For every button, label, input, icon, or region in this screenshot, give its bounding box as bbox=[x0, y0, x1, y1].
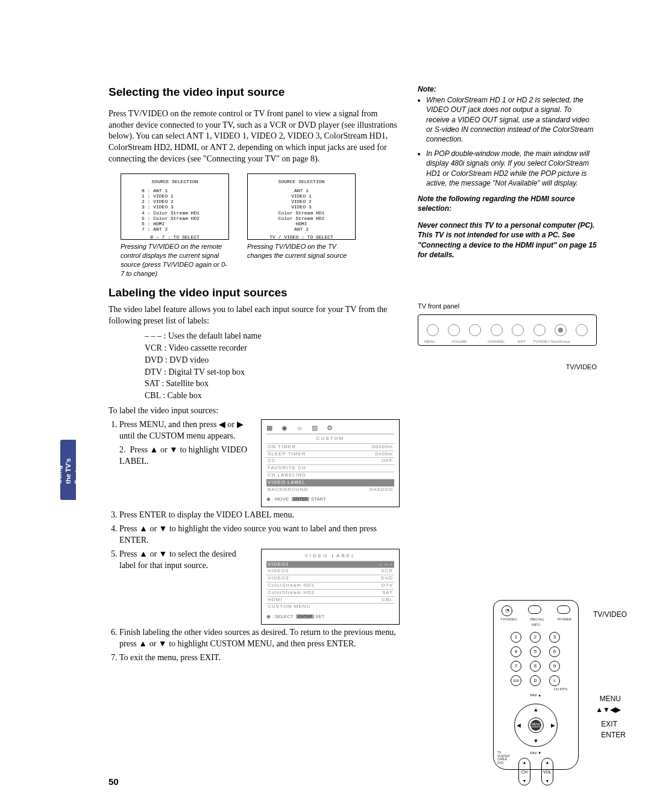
remote-control: ◔ TV/VIDEORECALLPOWER INFO 123 456 789 1… bbox=[493, 600, 579, 770]
intro-paragraph: Press TV/VIDEO on the remote control or … bbox=[108, 108, 400, 165]
remote-tvvideo-button[interactable]: ◔ bbox=[502, 605, 512, 616]
remote-number-pad[interactable]: 123 456 789 1000≡ bbox=[494, 632, 578, 686]
callout-exit: EXIT bbox=[601, 719, 617, 729]
menu-custom: ▦ ◉ ☼ ▥ ⚙ CUSTOM ON TIMER00h00m SLEEP TI… bbox=[261, 419, 400, 507]
remote-vol-rocker[interactable]: ▲VOL▼ bbox=[541, 758, 553, 785]
heading-selecting: Selecting the video input source bbox=[108, 84, 400, 100]
callout-enter: ENTER bbox=[601, 730, 626, 740]
steps: Press MENU, and then press ◀ or ▶ until … bbox=[119, 419, 400, 507]
callout-arrows: ▲▼◀▶ bbox=[596, 705, 621, 714]
page-number: 50 bbox=[108, 776, 119, 788]
callout-menu: MENU bbox=[600, 694, 621, 704]
tv-video-callout: TV/VIDEO bbox=[418, 363, 597, 372]
labeling-intro: The video label feature allows you to la… bbox=[108, 304, 400, 327]
tv-front-panel: MENU VOLUME CHANNEL EXIT TV/VIDEO TouchF… bbox=[418, 314, 597, 346]
note-hdmi-body: Never connect this TV to a personal comp… bbox=[418, 220, 597, 260]
remote-recall-button[interactable] bbox=[528, 605, 541, 614]
osd-remote-caption: Pressing TV/VIDEO on the remote control … bbox=[121, 242, 229, 278]
label-list: – – – : Uses the default label nameVCR :… bbox=[145, 331, 400, 402]
remote-power-button[interactable] bbox=[557, 605, 570, 614]
side-tab: Using the TV's Features bbox=[60, 440, 76, 500]
note-list: When ColorStream HD 1 or HD 2 is selecte… bbox=[418, 95, 597, 188]
callout-tvvideo: TV/VIDEO bbox=[593, 610, 627, 619]
osd-tv-caption: Pressing TV/VIDEO on the TV changes the … bbox=[247, 242, 356, 260]
menu-video-label: VIDEO LABEL VIDEO1– – – VIDEO2VCR VIDEO3… bbox=[261, 549, 400, 625]
osd-row: SOURCE SELECTION 0 : ANT 11 : VIDEO 1 2 … bbox=[121, 173, 400, 278]
heading-labeling: Labeling the video input sources bbox=[108, 285, 400, 301]
osd-tv: SOURCE SELECTION ANT 1VIDEO 1 VIDEO 2VID… bbox=[247, 173, 356, 240]
remote-ch-rocker[interactable]: ▲CH▼ bbox=[518, 758, 530, 785]
to-label: To label the video input sources: bbox=[108, 405, 400, 417]
osd-remote: SOURCE SELECTION 0 : ANT 11 : VIDEO 1 2 … bbox=[121, 173, 229, 240]
steps-cont: Press ENTER to display the VIDEO LABEL m… bbox=[119, 510, 400, 664]
note-heading: Note: bbox=[418, 84, 597, 94]
tv-panel-caption: TV front panel bbox=[418, 302, 597, 311]
note-hdmi-heading: Note the following regarding the HDMI so… bbox=[418, 194, 597, 213]
remote-dpad[interactable]: ▲▼◀▶ MENUENTER/CH bbox=[514, 704, 558, 747]
remote-mode-labels: TV VCR/SAT CABLE DVD bbox=[497, 751, 510, 764]
